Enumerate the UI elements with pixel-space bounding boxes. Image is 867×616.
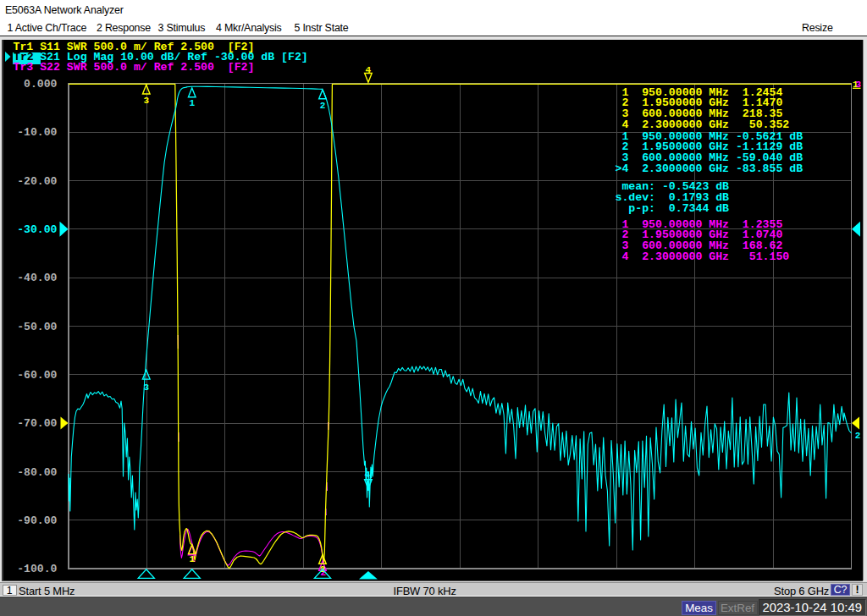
svg-text:3: 3: [855, 80, 861, 90]
svg-text:3: 3: [143, 382, 149, 393]
svg-text:1: 1: [189, 98, 195, 108]
svg-text:4: 4: [366, 65, 372, 75]
svg-text:3: 3: [143, 96, 149, 106]
svg-text:2: 2: [855, 431, 861, 441]
svg-text:4: 4: [365, 470, 371, 480]
svg-text:2: 2: [320, 101, 326, 111]
svg-text:1: 1: [189, 554, 195, 564]
